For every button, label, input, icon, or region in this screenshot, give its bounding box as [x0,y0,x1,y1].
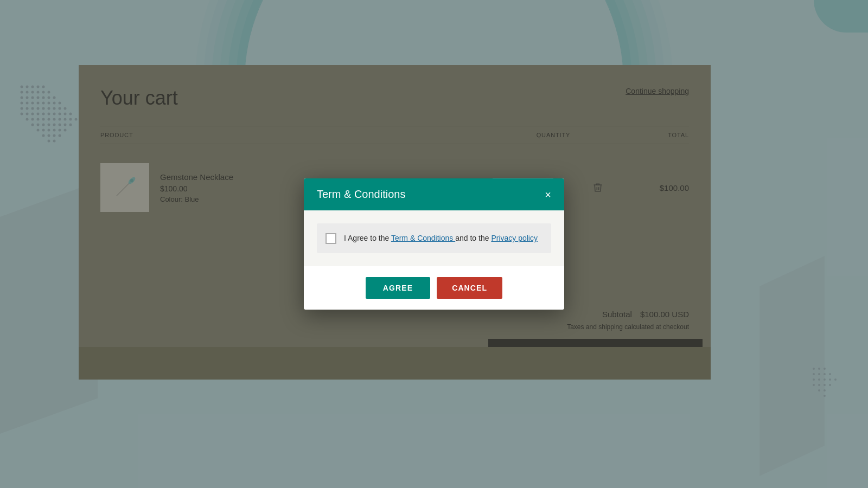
terms-link[interactable]: Term & Conditions [391,234,455,242]
agree-checkbox[interactable] [326,233,336,244]
terms-modal: Term & Conditions × I Agree to the Term … [304,178,564,309]
modal-close-button[interactable]: × [545,189,551,200]
modal-body: I Agree to the Term & Conditions and to … [304,210,564,266]
modal-title: Term & Conditions [317,188,405,201]
modal-header: Term & Conditions × [304,178,564,210]
cancel-button[interactable]: CANCEL [437,277,502,299]
agree-text: I Agree to the Term & Conditions and to … [344,232,538,244]
privacy-link[interactable]: Privacy policy [491,234,538,242]
agree-button[interactable]: AGREE [366,277,430,299]
agree-middle: and to the [455,234,491,242]
agree-row: I Agree to the Term & Conditions and to … [317,223,551,253]
modal-overlay: Term & Conditions × I Agree to the Term … [0,0,868,488]
modal-footer: AGREE CANCEL [304,266,564,310]
agree-prefix: I Agree to the [344,234,391,242]
